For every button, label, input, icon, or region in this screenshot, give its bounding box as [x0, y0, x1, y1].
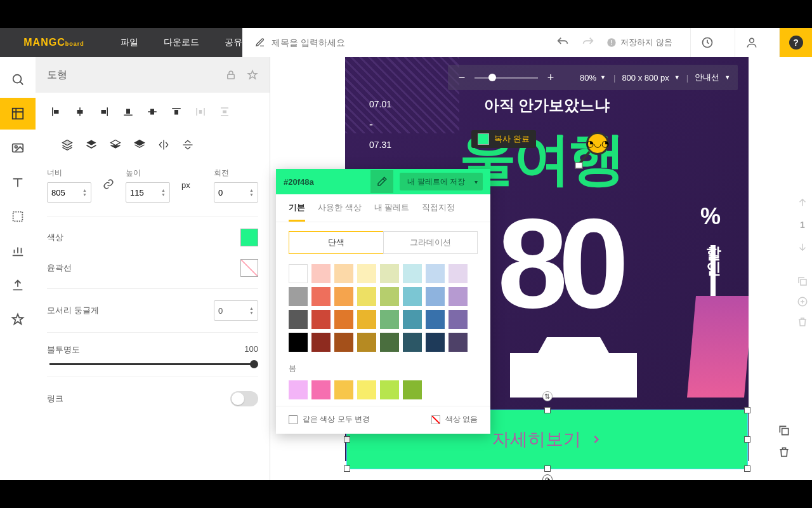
color-swatch[interactable]: [380, 310, 399, 329]
color-swatch[interactable]: [334, 310, 353, 329]
align-center-v-icon[interactable]: [143, 103, 161, 121]
color-swatch[interactable]: [426, 264, 445, 283]
color-swatch[interactable]: [311, 333, 331, 352]
cp-tab-used[interactable]: 사용한 색상: [318, 202, 362, 222]
color-swatch[interactable]: [426, 333, 445, 352]
help-button[interactable]: ?: [779, 28, 812, 57]
title-input[interactable]: [272, 37, 383, 48]
star-icon[interactable]: [247, 69, 258, 81]
redo-button[interactable]: [581, 36, 595, 50]
upload-tab[interactable]: [0, 269, 36, 301]
color-swatch[interactable]: [380, 333, 399, 352]
outline-color-swatch[interactable]: [240, 259, 258, 277]
history-button[interactable]: [690, 28, 723, 57]
color-swatch[interactable]: [289, 380, 308, 399]
color-swatch[interactable]: [403, 333, 422, 352]
color-swatch[interactable]: [403, 380, 422, 399]
color-swatch[interactable]: [403, 310, 422, 329]
color-swatch[interactable]: [334, 333, 353, 352]
align-bottom-icon[interactable]: [119, 103, 137, 121]
color-swatch[interactable]: [311, 264, 331, 283]
account-button[interactable]: [735, 28, 768, 57]
color-swatch[interactable]: [449, 264, 468, 283]
duplicate-icon[interactable]: [778, 424, 790, 437]
cp-tab-basic[interactable]: 기본: [289, 202, 305, 222]
link-toggle[interactable]: [230, 391, 258, 406]
canvas-size-dropdown[interactable]: 800 x 800 px▼: [622, 73, 679, 83]
guide-dropdown[interactable]: 안내선▼: [695, 72, 730, 83]
subtab-solid[interactable]: 단색: [289, 231, 383, 254]
color-swatch[interactable]: [289, 333, 308, 352]
color-swatch[interactable]: [449, 287, 468, 306]
fill-color-swatch[interactable]: [240, 229, 258, 246]
lock-icon[interactable]: [225, 69, 237, 81]
eyedropper-button[interactable]: [370, 170, 393, 193]
copy-page-icon[interactable]: [797, 276, 808, 287]
color-swatch[interactable]: [289, 264, 308, 283]
favorites-tab[interactable]: [0, 304, 36, 335]
resize-handle-ml[interactable]: [344, 436, 350, 443]
color-swatch[interactable]: [449, 310, 468, 329]
color-swatch[interactable]: [334, 380, 353, 399]
color-swatch[interactable]: [357, 264, 376, 283]
page-up-icon[interactable]: [797, 197, 808, 208]
align-left-icon[interactable]: [47, 103, 65, 121]
color-swatch[interactable]: [289, 310, 308, 329]
page-down-icon[interactable]: [797, 241, 808, 253]
resize-handle-tm[interactable]: [544, 407, 551, 413]
link-dims-icon[interactable]: [103, 178, 114, 192]
logo[interactable]: MANGCboard: [0, 28, 108, 57]
move-handle[interactable]: ⇅: [542, 391, 553, 401]
color-swatch[interactable]: [380, 264, 399, 283]
color-swatch[interactable]: [357, 380, 376, 399]
align-right-icon[interactable]: [95, 103, 113, 121]
color-swatch[interactable]: [311, 380, 331, 399]
color-swatch[interactable]: [357, 310, 376, 329]
color-swatch[interactable]: [311, 287, 331, 306]
templates-tab[interactable]: [0, 98, 36, 130]
rotate-handle[interactable]: ⟳: [542, 474, 553, 480]
delete-page-icon[interactable]: [797, 316, 808, 328]
cp-tab-palette[interactable]: 내 팔레트: [374, 202, 410, 222]
opacity-slider[interactable]: [49, 363, 256, 365]
color-swatch[interactable]: [426, 287, 445, 306]
layer-backward-icon[interactable]: [82, 136, 100, 154]
flip-v-icon[interactable]: [179, 136, 197, 154]
layer-back-icon[interactable]: [58, 136, 76, 154]
add-page-icon[interactable]: [797, 296, 808, 307]
flip-h-icon[interactable]: [155, 136, 173, 154]
color-swatch[interactable]: [357, 287, 376, 306]
charts-tab[interactable]: [0, 235, 36, 267]
resize-handle-tr[interactable]: [744, 407, 750, 413]
layer-forward-icon[interactable]: [107, 136, 124, 154]
save-palette-dropdown[interactable]: 내 팔레트에 저장: [400, 173, 483, 190]
color-swatch[interactable]: [403, 287, 422, 306]
color-swatch[interactable]: [380, 287, 399, 306]
subtab-gradient[interactable]: 그라데이션: [383, 231, 478, 254]
width-input[interactable]: 805▲▼: [47, 182, 91, 203]
elements-tab[interactable]: [0, 201, 36, 232]
color-swatch[interactable]: [334, 264, 353, 283]
align-center-h-icon[interactable]: [71, 103, 89, 121]
resize-handle-bm[interactable]: [544, 465, 551, 472]
color-swatch[interactable]: [426, 310, 445, 329]
round-input[interactable]: 0▲▼: [214, 300, 258, 321]
undo-button[interactable]: [556, 36, 570, 50]
height-input[interactable]: 115▲▼: [126, 182, 170, 203]
zoom-slider[interactable]: [475, 77, 538, 79]
align-top-icon[interactable]: [167, 103, 185, 121]
color-swatch[interactable]: [357, 333, 376, 352]
change-all-checkbox[interactable]: [289, 415, 298, 424]
menu-file[interactable]: 파일: [121, 37, 138, 48]
color-swatch[interactable]: [334, 287, 353, 306]
resize-handle-mr[interactable]: [744, 436, 750, 443]
color-swatch[interactable]: [449, 333, 468, 352]
zoom-out-button[interactable]: −: [455, 71, 468, 84]
color-swatch[interactable]: [311, 310, 331, 329]
color-swatch[interactable]: [289, 287, 308, 306]
zoom-in-button[interactable]: +: [544, 71, 557, 84]
no-color-icon[interactable]: [431, 415, 440, 424]
rotation-input[interactable]: 0▲▼: [214, 182, 258, 203]
text-tab[interactable]: [0, 166, 36, 198]
menu-download[interactable]: 다운로드: [164, 37, 199, 48]
